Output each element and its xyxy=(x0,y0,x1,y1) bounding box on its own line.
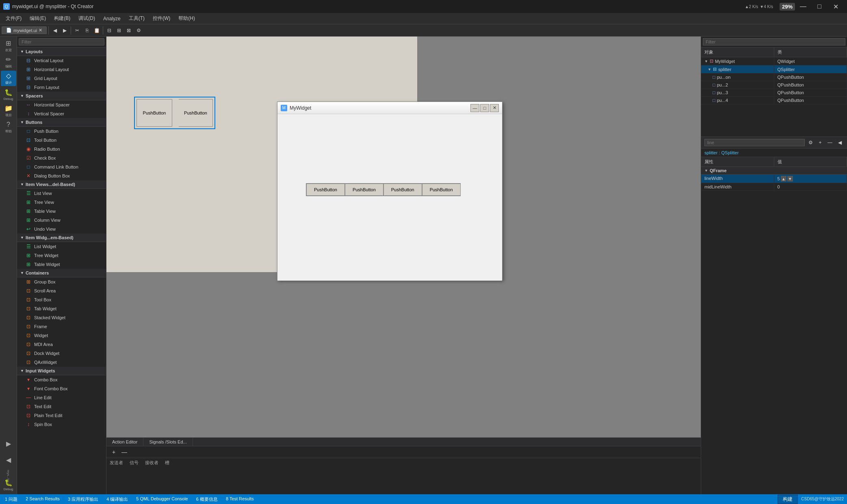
build-button[interactable]: 构建 xyxy=(778,495,798,504)
widget-qax-widget[interactable]: ⊡ QAxWidget xyxy=(17,358,106,367)
tree-row-mywidget[interactable]: ▼ ⊡ MyWidget QWidget xyxy=(701,57,847,65)
mywidget-close-btn[interactable]: ✕ xyxy=(490,104,499,112)
widget-spin-box[interactable]: ↕ Spin Box xyxy=(17,420,106,429)
mywidget-push-btn-3[interactable]: PushButton xyxy=(383,184,422,196)
rail-run-btn[interactable]: ▶ xyxy=(1,436,16,451)
remove-action-btn[interactable]: — xyxy=(120,448,128,456)
menu-debug[interactable]: 调试(D) xyxy=(74,13,99,24)
widget-check-box[interactable]: ☑ Check Box xyxy=(17,154,106,162)
linewidth-down-btn[interactable]: ▼ xyxy=(787,176,793,182)
widget-line-edit[interactable]: — Line Edit xyxy=(17,393,106,402)
widget-grid-layout[interactable]: ⊞ Grid Layout xyxy=(17,74,106,83)
mywidget-push-btn-1[interactable]: PushButton xyxy=(306,184,345,196)
mywidget-push-btn-2[interactable]: PushButton xyxy=(345,184,383,196)
file-tab-close[interactable]: ✕ xyxy=(39,28,42,33)
widget-scroll-area[interactable]: ⊡ Scroll Area xyxy=(17,286,106,295)
signals-slots-tab[interactable]: Signals /Slots Ed... xyxy=(143,438,193,446)
widget-stacked-widget[interactable]: ⊡ Stacked Widget xyxy=(17,313,106,322)
rail-project-btn[interactable]: 📁 项目 xyxy=(1,103,16,119)
rail-debug-btn[interactable]: 🐛 Debug xyxy=(1,87,16,102)
window-maximize-button[interactable]: □ xyxy=(811,0,828,13)
menu-help[interactable]: 帮助(H) xyxy=(174,13,199,24)
toolbar-align-center-btn[interactable]: ⊞ xyxy=(115,26,123,35)
status-search[interactable]: 2 Search Results xyxy=(24,496,61,502)
toolbar-back-btn[interactable]: ◀ xyxy=(50,26,59,35)
splitter-button-1[interactable]: PushButton xyxy=(136,99,172,127)
widget-dialog-button-box[interactable]: ✕ Dialog Button Box xyxy=(17,171,106,180)
tree-row-splitter[interactable]: ▼ ⊟ splitter QSplitter xyxy=(701,65,847,74)
widget-command-link-button[interactable]: □ Command Link Button xyxy=(17,162,106,171)
widget-table-view[interactable]: ⊞ Table View xyxy=(17,207,106,216)
rail-help-btn[interactable]: ? 帮助 xyxy=(1,119,16,135)
tree-row-pb1[interactable]: □ pu...on QPushButton xyxy=(701,74,847,81)
props-remove-btn[interactable]: — xyxy=(826,138,834,147)
props-row-midlinewidth[interactable]: midLineWidth 0 xyxy=(701,183,847,191)
toolbar-settings-btn[interactable]: ⚙ xyxy=(134,26,143,35)
widget-column-view[interactable]: ⊞ Column View xyxy=(17,216,106,225)
widget-tool-button[interactable]: ⊡ Tool Button xyxy=(17,136,106,145)
status-overview[interactable]: 6 概要信息 xyxy=(195,496,219,502)
toolbar-copy-btn[interactable]: ⎘ xyxy=(82,26,91,35)
action-editor-tab[interactable]: Action Editor xyxy=(106,438,143,446)
window-minimize-button[interactable]: — xyxy=(795,0,811,13)
widget-plain-text-edit[interactable]: ⊡ Plain Text Edit xyxy=(17,411,106,420)
widget-mdi-area[interactable]: ⊡ MDI Area xyxy=(17,340,106,349)
status-qml-debug[interactable]: 5 QML Debugger Console xyxy=(134,496,189,502)
category-buttons[interactable]: ▼ Buttons xyxy=(17,118,106,127)
widget-group-box[interactable]: ⊞ Group Box xyxy=(17,277,106,286)
widget-dock-widget[interactable]: ⊡ Dock Widget xyxy=(17,349,106,358)
menu-controls[interactable]: 控件(W) xyxy=(149,13,174,24)
widget-filter-input[interactable] xyxy=(19,38,104,45)
category-spacers[interactable]: ▼ Spacers xyxy=(17,92,106,100)
category-layouts[interactable]: ▼ Layouts xyxy=(17,48,106,56)
props-settings-btn[interactable]: ⚙ xyxy=(806,138,815,147)
menu-tools[interactable]: 工具(T) xyxy=(125,13,149,24)
canvas-background[interactable]: PushButton PushButton M MyWidget xyxy=(106,37,701,437)
rail-edit-btn[interactable]: ✏ 编辑 xyxy=(1,54,16,70)
status-test[interactable]: 8 Test Results xyxy=(224,496,256,502)
widget-horizontal-layout[interactable]: ⊞ Horizontal Layout xyxy=(17,65,106,74)
widget-combo-box[interactable]: ▾ Combo Box xyxy=(17,375,106,384)
file-tab[interactable]: 📄 mywidget.ui ✕ xyxy=(2,26,47,34)
tree-row-pb4[interactable]: □ pu...4 QPushButton xyxy=(701,97,847,104)
widget-font-combo-box[interactable]: ▾ Font Combo Box xyxy=(17,384,106,393)
menu-edit[interactable]: 编辑(E) xyxy=(26,13,50,24)
toolbar-grid-btn[interactable]: ⊠ xyxy=(124,26,133,35)
linewidth-up-btn[interactable]: ▲ xyxy=(781,176,786,182)
category-containers[interactable]: ▼ Containers xyxy=(17,269,106,277)
rail-stop-btn[interactable]: ◀ xyxy=(1,452,16,467)
widget-table-widget[interactable]: ⊞ Table Widget xyxy=(17,260,106,269)
widget-horizontal-spacer[interactable]: ↔ Horizontal Spacer xyxy=(17,100,106,109)
widget-tree-view[interactable]: ⊞ Tree View xyxy=(17,198,106,207)
toolbar-forward-btn[interactable]: ▶ xyxy=(60,26,69,35)
widget-vertical-layout[interactable]: ⊟ Vertical Layout xyxy=(17,56,106,65)
rail-design-btn[interactable]: ◇ 设计 xyxy=(1,71,16,86)
status-issues[interactable]: 1 问题 xyxy=(3,496,19,502)
widget-list-widget[interactable]: ☰ List Widget xyxy=(17,242,106,251)
widget-list-view[interactable]: ☰ List View xyxy=(17,189,106,198)
toolbar-align-left-btn[interactable]: ⊟ xyxy=(105,26,114,35)
right-filter-input[interactable] xyxy=(703,38,845,45)
widget-undo-view[interactable]: ↩ Undo View xyxy=(17,225,106,234)
category-item-views[interactable]: ▼ Item Views...del-Based) xyxy=(17,180,106,189)
menu-build[interactable]: 构建(B) xyxy=(50,13,74,24)
add-action-btn[interactable]: + xyxy=(110,448,118,456)
menu-analyze[interactable]: Analyze xyxy=(99,14,125,23)
category-item-widgets[interactable]: ▼ Item Widg...em-Based) xyxy=(17,234,106,242)
mywidget-maximize-btn[interactable]: □ xyxy=(480,104,489,112)
widget-vertical-spacer[interactable]: ↕ Vertical Spacer xyxy=(17,109,106,118)
props-add-btn[interactable]: + xyxy=(816,138,824,147)
rail-welcome-btn[interactable]: ⊞ 欢迎 xyxy=(1,38,16,54)
widget-radio-button[interactable]: ◉ Radio Button xyxy=(17,145,106,154)
widget-tree-widget[interactable]: ⊞ Tree Widget xyxy=(17,251,106,260)
splitter-button-2[interactable]: PushButton xyxy=(179,99,213,127)
mywidget-push-btn-4[interactable]: PushButton xyxy=(422,184,460,196)
widget-frame[interactable]: ⊡ Frame xyxy=(17,322,106,331)
widget-tab-widget[interactable]: ⊡ Tab Widget xyxy=(17,304,106,313)
category-input-widgets[interactable]: ▼ Input Widgets xyxy=(17,367,106,375)
toolbar-cut-btn[interactable]: ✂ xyxy=(73,26,82,35)
widget-widget[interactable]: ⊡ Widget xyxy=(17,331,106,340)
widget-text-edit[interactable]: ⊡ Text Edit xyxy=(17,402,106,411)
status-app-output[interactable]: 3 应用程序输出 xyxy=(66,496,100,502)
rail-debug-bottom-btn[interactable]: 🐛 Debug xyxy=(1,477,16,493)
